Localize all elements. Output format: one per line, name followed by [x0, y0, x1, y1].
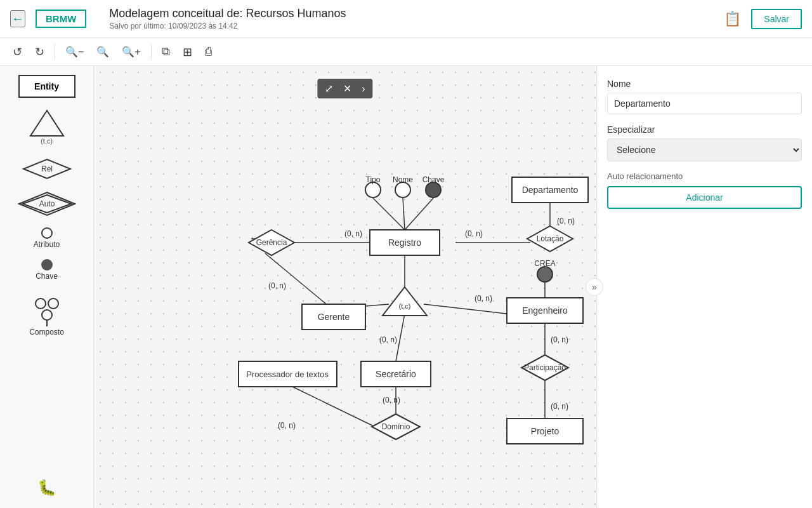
sidebar-item-atributo[interactable]: Atributo [9, 225, 85, 251]
right-panel: » Nome Especializar Selecione Auto relac… [596, 66, 812, 508]
sidebar-item-chave[interactable]: Chave [9, 257, 85, 283]
svg-text:Secretário: Secretário [376, 369, 416, 379]
back-icon: ← [11, 11, 24, 25]
sidebar-item-attribute[interactable]: (t,c) [9, 105, 85, 150]
table-button[interactable]: ⊞ [178, 43, 197, 62]
svg-text:Gerente: Gerente [318, 312, 350, 322]
auto-rel-label: Auto relacionamento [607, 171, 802, 181]
attr-chave[interactable] [426, 182, 441, 197]
svg-text:Gerência: Gerência [256, 238, 287, 247]
svg-text:(0, n): (0, n) [475, 294, 492, 303]
svg-line-34 [292, 387, 377, 428]
nome-input[interactable] [607, 93, 802, 114]
svg-text:(0, n): (0, n) [268, 281, 286, 290]
attr-nome[interactable] [395, 182, 410, 197]
auto-shape: Auto [16, 190, 77, 217]
svg-marker-0 [30, 110, 63, 136]
toolbar-separator-1 [55, 44, 55, 60]
svg-text:Processador de textos: Processador de textos [246, 370, 329, 379]
svg-point-6 [36, 298, 46, 309]
especializar-select[interactable]: Selecione [607, 138, 802, 161]
diagram-next-button[interactable]: › [359, 82, 367, 96]
svg-text:Registro: Registro [388, 237, 421, 248]
svg-text:Tipo: Tipo [366, 175, 381, 184]
sidebar: Entity (t,c) Rel Auto [0, 66, 94, 508]
app-title: BRMW [36, 10, 86, 28]
composto-shape [27, 291, 67, 326]
especializar-label: Especializar [607, 124, 802, 135]
chave-circle [41, 259, 53, 271]
svg-text:(0, n): (0, n) [278, 421, 296, 430]
svg-text:Nome: Nome [393, 175, 413, 184]
sidebar-item-composto[interactable]: Composto [9, 288, 85, 339]
svg-text:Projeto: Projeto [531, 426, 560, 436]
doc-icon: 📋 [724, 11, 741, 27]
svg-text:Domínio: Domínio [382, 422, 410, 431]
diagram-toolbar: ⤢ ✕ › [317, 79, 372, 98]
specialization-triangle[interactable] [383, 287, 427, 316]
adicionar-button[interactable]: Adicionar [607, 186, 802, 209]
back-button[interactable]: ← [10, 10, 25, 27]
svg-line-26 [365, 304, 389, 306]
svg-text:(0, n): (0, n) [344, 229, 362, 238]
svg-line-24 [396, 314, 405, 361]
attribute-triangle-shape [29, 108, 65, 138]
attr-crea[interactable] [537, 267, 553, 282]
sidebar-item-auto[interactable]: Auto [9, 188, 85, 220]
rel-diamond-shape: Rel [22, 157, 72, 180]
save-button[interactable]: Salvar [751, 9, 802, 29]
copy-button[interactable]: ⧉ [157, 43, 175, 61]
svg-text:(0, n): (0, n) [379, 335, 397, 344]
debug-icon: 🐛 [37, 479, 56, 497]
undo-button[interactable]: ↺ [8, 43, 27, 62]
svg-text:(0, n): (0, n) [465, 229, 483, 238]
diagram-expand-button[interactable]: ⤢ [322, 81, 336, 96]
doc-saved: Salvo por último: 10/09/2023 às 14:42 [109, 22, 714, 30]
svg-text:(0, n): (0, n) [383, 396, 400, 404]
svg-text:Participação: Participação [524, 363, 566, 372]
redo-button[interactable]: ↻ [30, 43, 49, 62]
zoom-out-button[interactable]: 🔍+ [117, 43, 145, 60]
atributo-circle [41, 227, 53, 239]
nome-label: Nome [607, 79, 802, 89]
svg-text:Rel: Rel [41, 164, 52, 173]
toolbar-separator-2 [151, 44, 152, 60]
sidebar-item-entity[interactable]: Entity [9, 72, 85, 100]
entity-shape: Entity [18, 75, 75, 98]
sidebar-item-rel[interactable]: Rel [9, 155, 85, 183]
toolbar: ↺ ↻ 🔍− 🔍 🔍+ ⧉ ⊞ ⎙ [0, 38, 812, 66]
svg-text:(0, n): (0, n) [551, 402, 568, 411]
svg-text:(0, n): (0, n) [551, 335, 568, 344]
svg-text:(0, n): (0, n) [557, 217, 575, 225]
svg-text:Auto: Auto [39, 199, 55, 208]
canvas-area[interactable]: ⤢ ✕ › (0, n) (0, n) (0, n) (0, n) [94, 66, 596, 508]
svg-point-7 [48, 298, 58, 309]
svg-line-16 [265, 253, 329, 306]
attr-tipo[interactable] [365, 182, 381, 197]
svg-text:Engenheiro: Engenheiro [522, 305, 568, 316]
panel-collapse-button[interactable]: » [586, 278, 603, 296]
svg-text:Lotação: Lotação [537, 234, 564, 243]
svg-line-18 [373, 198, 405, 230]
svg-text:Departamento: Departamento [522, 185, 579, 195]
svg-text:Chave: Chave [422, 175, 445, 184]
diagram-close-button[interactable]: ✕ [341, 81, 354, 96]
svg-line-22 [424, 304, 506, 314]
doc-info: Modelagem conceitual de: Recursos Humano… [96, 7, 714, 30]
doc-title: Modelagem conceitual de: Recursos Humano… [109, 7, 714, 20]
svg-line-20 [405, 198, 433, 230]
zoom-fit-button[interactable]: 🔍 [91, 43, 114, 60]
print-button[interactable]: ⎙ [200, 43, 217, 61]
diagram-svg: (0, n) (0, n) (0, n) (0, n) (0, n) (0, n… [94, 66, 596, 508]
svg-text:(t,c): (t,c) [399, 302, 411, 310]
svg-point-8 [42, 310, 52, 320]
svg-line-19 [403, 198, 405, 230]
zoom-in-button[interactable]: 🔍− [60, 43, 89, 60]
